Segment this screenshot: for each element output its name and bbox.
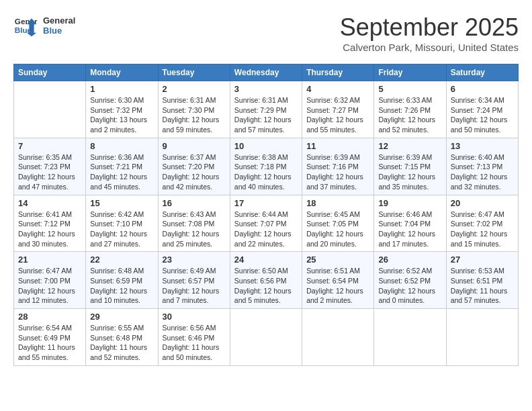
- day-number: 18: [306, 198, 369, 208]
- calendar-cell: 25Sunrise: 6:51 AMSunset: 6:54 PMDayligh…: [302, 252, 374, 309]
- day-info: Sunrise: 6:31 AMSunset: 7:30 PMDaylight:…: [163, 95, 226, 135]
- day-number: 29: [90, 312, 153, 322]
- weekday-header-friday: Friday: [374, 64, 446, 81]
- calendar-cell: [446, 309, 518, 366]
- weekday-header-row: SundayMondayTuesdayWednesdayThursdayFrid…: [14, 64, 519, 81]
- day-number: 20: [451, 198, 514, 208]
- calendar-table: SundayMondayTuesdayWednesdayThursdayFrid…: [13, 64, 519, 366]
- day-info: Sunrise: 6:42 AMSunset: 7:10 PMDaylight:…: [90, 210, 153, 249]
- day-info: Sunrise: 6:39 AMSunset: 7:16 PMDaylight:…: [306, 152, 369, 192]
- weekday-header-tuesday: Tuesday: [158, 64, 230, 81]
- calendar-week-row: 14Sunrise: 6:41 AMSunset: 7:12 PMDayligh…: [14, 195, 519, 252]
- day-number: 12: [378, 141, 441, 151]
- month-title: September 2025: [340, 13, 519, 42]
- day-info: Sunrise: 6:31 AMSunset: 7:29 PMDaylight:…: [234, 95, 298, 135]
- day-number: 28: [18, 312, 81, 322]
- day-number: 23: [163, 255, 226, 265]
- day-info: Sunrise: 6:38 AMSunset: 7:18 PMDaylight:…: [234, 152, 298, 192]
- day-info: Sunrise: 6:44 AMSunset: 7:07 PMDaylight:…: [234, 210, 298, 249]
- day-info: Sunrise: 6:30 AMSunset: 7:32 PMDaylight:…: [90, 95, 153, 135]
- day-number: 1: [90, 84, 153, 94]
- calendar-cell: 21Sunrise: 6:47 AMSunset: 7:00 PMDayligh…: [14, 252, 86, 309]
- calendar-cell: 7Sunrise: 6:35 AMSunset: 7:23 PMDaylight…: [14, 138, 86, 195]
- calendar-cell: 2Sunrise: 6:31 AMSunset: 7:30 PMDaylight…: [158, 81, 230, 138]
- calendar-cell: 29Sunrise: 6:55 AMSunset: 6:48 PMDayligh…: [86, 309, 158, 366]
- day-number: 21: [18, 255, 81, 265]
- calendar-cell: 4Sunrise: 6:32 AMSunset: 7:27 PMDaylight…: [302, 81, 374, 138]
- day-info: Sunrise: 6:54 AMSunset: 6:49 PMDaylight:…: [18, 323, 81, 363]
- page-header: General Blue General Blue September 2025…: [13, 13, 519, 53]
- day-number: 6: [451, 84, 514, 94]
- day-number: 25: [306, 255, 369, 265]
- calendar-cell: 6Sunrise: 6:34 AMSunset: 7:24 PMDaylight…: [446, 81, 518, 138]
- calendar-cell: 24Sunrise: 6:50 AMSunset: 6:56 PMDayligh…: [230, 252, 302, 309]
- title-block: September 2025 Calverton Park, Missouri,…: [340, 13, 519, 53]
- day-info: Sunrise: 6:41 AMSunset: 7:12 PMDaylight:…: [18, 210, 81, 249]
- calendar-cell: 20Sunrise: 6:47 AMSunset: 7:02 PMDayligh…: [446, 195, 518, 252]
- calendar-week-row: 7Sunrise: 6:35 AMSunset: 7:23 PMDaylight…: [14, 138, 519, 195]
- day-number: 7: [18, 141, 81, 151]
- day-info: Sunrise: 6:48 AMSunset: 6:59 PMDaylight:…: [90, 266, 153, 306]
- day-info: Sunrise: 6:47 AMSunset: 7:00 PMDaylight:…: [18, 266, 81, 306]
- logo-text-general: General: [43, 15, 75, 26]
- day-info: Sunrise: 6:46 AMSunset: 7:04 PMDaylight:…: [378, 210, 441, 249]
- day-number: 14: [18, 198, 81, 208]
- day-info: Sunrise: 6:51 AMSunset: 6:54 PMDaylight:…: [306, 266, 369, 306]
- weekday-header-saturday: Saturday: [446, 64, 518, 81]
- day-number: 2: [163, 84, 226, 94]
- day-info: Sunrise: 6:45 AMSunset: 7:05 PMDaylight:…: [306, 210, 369, 249]
- calendar-cell: [230, 309, 302, 366]
- day-info: Sunrise: 6:32 AMSunset: 7:27 PMDaylight:…: [306, 95, 369, 135]
- calendar-week-row: 21Sunrise: 6:47 AMSunset: 7:00 PMDayligh…: [14, 252, 519, 309]
- day-info: Sunrise: 6:34 AMSunset: 7:24 PMDaylight:…: [451, 95, 514, 135]
- calendar-cell: 8Sunrise: 6:36 AMSunset: 7:21 PMDaylight…: [86, 138, 158, 195]
- day-number: 9: [163, 141, 226, 151]
- calendar-cell: 17Sunrise: 6:44 AMSunset: 7:07 PMDayligh…: [230, 195, 302, 252]
- calendar-cell: 1Sunrise: 6:30 AMSunset: 7:32 PMDaylight…: [86, 81, 158, 138]
- weekday-header-monday: Monday: [86, 64, 158, 81]
- calendar-cell: [374, 309, 446, 366]
- calendar-cell: [302, 309, 374, 366]
- day-number: 22: [90, 255, 153, 265]
- calendar-cell: [14, 81, 86, 138]
- calendar-cell: 14Sunrise: 6:41 AMSunset: 7:12 PMDayligh…: [14, 195, 86, 252]
- day-number: 26: [378, 255, 441, 265]
- calendar-cell: 19Sunrise: 6:46 AMSunset: 7:04 PMDayligh…: [374, 195, 446, 252]
- day-number: 8: [90, 141, 153, 151]
- day-number: 10: [234, 141, 298, 151]
- day-number: 11: [306, 141, 369, 151]
- logo-icon: General Blue: [13, 13, 38, 38]
- calendar-cell: 18Sunrise: 6:45 AMSunset: 7:05 PMDayligh…: [302, 195, 374, 252]
- day-number: 16: [163, 198, 226, 208]
- calendar-cell: 3Sunrise: 6:31 AMSunset: 7:29 PMDaylight…: [230, 81, 302, 138]
- day-info: Sunrise: 6:50 AMSunset: 6:56 PMDaylight:…: [234, 266, 298, 306]
- svg-text:General: General: [15, 17, 38, 26]
- calendar-cell: 28Sunrise: 6:54 AMSunset: 6:49 PMDayligh…: [14, 309, 86, 366]
- calendar-cell: 12Sunrise: 6:39 AMSunset: 7:15 PMDayligh…: [374, 138, 446, 195]
- day-info: Sunrise: 6:53 AMSunset: 6:51 PMDaylight:…: [451, 266, 514, 306]
- day-number: 15: [90, 198, 153, 208]
- calendar-cell: 10Sunrise: 6:38 AMSunset: 7:18 PMDayligh…: [230, 138, 302, 195]
- day-number: 19: [378, 198, 441, 208]
- day-number: 24: [234, 255, 298, 265]
- calendar-cell: 5Sunrise: 6:33 AMSunset: 7:26 PMDaylight…: [374, 81, 446, 138]
- day-number: 5: [378, 84, 441, 94]
- calendar-cell: 16Sunrise: 6:43 AMSunset: 7:08 PMDayligh…: [158, 195, 230, 252]
- calendar-cell: 13Sunrise: 6:40 AMSunset: 7:13 PMDayligh…: [446, 138, 518, 195]
- day-info: Sunrise: 6:43 AMSunset: 7:08 PMDaylight:…: [163, 210, 226, 249]
- day-info: Sunrise: 6:33 AMSunset: 7:26 PMDaylight:…: [378, 95, 441, 135]
- calendar-cell: 22Sunrise: 6:48 AMSunset: 6:59 PMDayligh…: [86, 252, 158, 309]
- calendar-cell: 27Sunrise: 6:53 AMSunset: 6:51 PMDayligh…: [446, 252, 518, 309]
- day-info: Sunrise: 6:35 AMSunset: 7:23 PMDaylight:…: [18, 152, 81, 192]
- day-number: 27: [451, 255, 514, 265]
- day-info: Sunrise: 6:37 AMSunset: 7:20 PMDaylight:…: [163, 152, 226, 192]
- day-number: 4: [306, 84, 369, 94]
- calendar-week-row: 1Sunrise: 6:30 AMSunset: 7:32 PMDaylight…: [14, 81, 519, 138]
- day-info: Sunrise: 6:49 AMSunset: 6:57 PMDaylight:…: [163, 266, 226, 306]
- day-info: Sunrise: 6:55 AMSunset: 6:48 PMDaylight:…: [90, 323, 153, 363]
- day-info: Sunrise: 6:36 AMSunset: 7:21 PMDaylight:…: [90, 152, 153, 192]
- location-title: Calverton Park, Missouri, United States: [340, 42, 519, 53]
- day-info: Sunrise: 6:52 AMSunset: 6:52 PMDaylight:…: [378, 266, 441, 306]
- day-number: 30: [163, 312, 226, 322]
- day-number: 13: [451, 141, 514, 151]
